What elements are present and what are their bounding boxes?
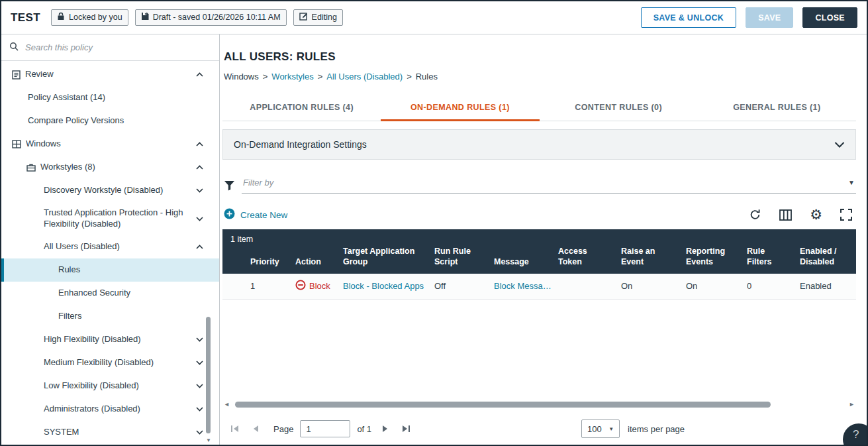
policy-tree-sidebar: Review Policy Assistant (14) Compare Pol… — [1, 34, 220, 445]
breadcrumb-link-all-users[interactable]: All Users (Disabled) — [326, 72, 403, 82]
col-enabled-disabled: Enabled / Disabled — [800, 246, 856, 268]
sidebar-scroll-down-icon[interactable]: ▼ — [206, 437, 211, 443]
sidebar-item-low-flexibility[interactable]: Low Flexibility (Disabled) — [1, 374, 219, 398]
table-header: 1 item Priority Action Target Applicatio… — [222, 229, 856, 274]
table-row[interactable]: 1 Block Block - Blocked Apps Off Block M… — [222, 274, 856, 300]
horizontal-scroll-track[interactable] — [235, 402, 844, 408]
sidebar-item-medium-flexibility[interactable]: Medium Flexibility (Disabled) — [1, 351, 219, 374]
chevron-down-icon[interactable] — [196, 217, 203, 221]
chevron-up-icon[interactable] — [196, 245, 203, 249]
sidebar-item-administrators[interactable]: Administrators (Disabled) — [1, 398, 219, 421]
policy-tree: Review Policy Assistant (14) Compare Pol… — [1, 61, 219, 444]
pagination-bar: Page of 1 100 ▼ items per page — [222, 413, 856, 445]
windows-icon — [12, 140, 21, 148]
columns-icon[interactable] — [779, 209, 792, 221]
sidebar-item-trusted-application-protection[interactable]: Trusted Application Protection - High Fl… — [1, 202, 219, 235]
help-question-icon: ? — [853, 428, 859, 441]
cell-message: Block Messa… — [494, 281, 558, 291]
page-number-input[interactable] — [300, 420, 350, 437]
table-tool-icons: ⚙ — [749, 209, 852, 221]
scroll-left-icon[interactable]: ◄ — [224, 402, 230, 408]
empty-table-area — [222, 300, 856, 400]
previous-page-icon[interactable] — [246, 425, 265, 433]
last-page-icon[interactable] — [395, 425, 417, 433]
lock-icon — [57, 12, 65, 23]
sidebar-item-discovery-workstyle[interactable]: Discovery Workstyle (Disabled) — [1, 179, 219, 202]
sidebar-item-high-flexibility[interactable]: High Flexibility (Disabled) — [1, 328, 219, 351]
refresh-icon[interactable] — [749, 209, 761, 221]
locked-badge: Locked by you — [51, 9, 128, 26]
chevron-down-icon[interactable] — [196, 430, 203, 435]
save-and-unlock-button[interactable]: SAVE & UNLOCK — [641, 7, 736, 28]
tab-general-rules[interactable]: GENERAL RULES (1) — [698, 96, 856, 121]
rules-main-panel: ALL USERS: RULES Windows > Workstyles > … — [220, 34, 867, 445]
tab-content-rules[interactable]: CONTENT RULES (0) — [540, 96, 698, 121]
sidebar-item-all-users[interactable]: All Users (Disabled) — [1, 235, 219, 258]
tab-on-demand-rules[interactable]: ON-DEMAND RULES (1) — [381, 96, 539, 121]
save-button[interactable]: SAVE — [746, 7, 793, 28]
target-application-group-link[interactable]: Block - Blocked Apps — [343, 281, 428, 291]
breadcrumb-link-workstyles[interactable]: Workstyles — [271, 72, 313, 82]
panel-label: On-Demand Integration Settings — [234, 139, 367, 150]
horizontal-scrollbar-thumb[interactable] — [235, 402, 771, 408]
next-page-icon[interactable] — [375, 425, 395, 433]
sidebar-item-rules[interactable]: Rules — [1, 258, 219, 282]
chevron-down-icon[interactable] — [196, 337, 203, 342]
breadcrumb-separator: > — [263, 72, 268, 82]
create-new-button[interactable]: Create New — [224, 208, 287, 221]
draft-saved-badge-label: Draft - saved 01/26/2026 10:11 AM — [153, 13, 281, 22]
draft-saved-icon — [141, 12, 149, 23]
page-label: Page — [273, 424, 293, 434]
sidebar-item-compare-policy-versions[interactable]: Compare Policy Versions — [1, 109, 219, 133]
breadcrumb-separator: > — [318, 72, 323, 82]
item-count: 1 item — [222, 229, 856, 246]
filter-input[interactable] — [242, 177, 848, 188]
chevron-up-icon[interactable] — [196, 165, 203, 170]
sidebar-scrollbar-thumb[interactable] — [206, 317, 211, 433]
sidebar-item-policy-assistant[interactable]: Policy Assistant (14) — [1, 86, 219, 109]
chevron-down-icon[interactable] — [196, 188, 203, 193]
items-per-page-select[interactable]: 100 ▼ — [581, 419, 620, 438]
tab-application-rules[interactable]: APPLICATION RULES (4) — [222, 96, 381, 121]
chevron-down-icon[interactable] — [196, 361, 203, 365]
scroll-right-icon[interactable]: ► — [849, 402, 855, 408]
breadcrumb-item-windows: Windows — [224, 72, 259, 82]
cell-target-application-group: Block - Blocked Apps — [343, 281, 434, 291]
chevron-up-icon[interactable] — [196, 142, 203, 146]
sidebar-item-review[interactable]: Review — [1, 63, 219, 86]
review-icon — [12, 70, 21, 80]
chevron-down-icon[interactable] — [196, 384, 203, 388]
filter-dropdown-icon[interactable]: ▼ — [848, 179, 855, 186]
column-headers: Priority Action Target Application Group… — [222, 246, 856, 274]
close-button[interactable]: CLOSE — [802, 7, 857, 28]
create-new-label: Create New — [240, 210, 287, 220]
cell-run-rule-script: Off — [434, 281, 494, 291]
first-page-icon[interactable] — [224, 425, 246, 433]
col-target-application-group: Target Application Group — [343, 246, 434, 268]
chevron-down-icon[interactable] — [834, 142, 845, 148]
sidebar-item-windows[interactable]: Windows — [1, 133, 219, 156]
breadcrumb-separator: > — [407, 72, 412, 82]
plus-circle-icon — [224, 208, 235, 221]
horizontal-scrollbar: ◄ ► — [224, 400, 855, 409]
sidebar-item-filters[interactable]: Filters — [1, 305, 219, 328]
sidebar-item-enhanced-security[interactable]: Enhanced Security — [1, 282, 219, 305]
col-rule-filters: Rule Filters — [747, 246, 800, 268]
on-demand-integration-settings-panel[interactable]: On-Demand Integration Settings — [222, 129, 856, 160]
sidebar-item-system[interactable]: SYSTEM — [1, 421, 219, 444]
filter-icon — [224, 180, 235, 194]
chevron-up-icon[interactable] — [196, 72, 203, 77]
search-input[interactable] — [24, 42, 211, 53]
sidebar-item-workstyles[interactable]: Workstyles (8) — [1, 156, 219, 179]
top-bar: TEST Locked by you Draft - saved 01/26/2… — [1, 1, 867, 34]
col-reporting-events: Reporting Events — [686, 246, 747, 268]
cell-raise-an-event: On — [621, 281, 686, 291]
chevron-down-icon[interactable] — [196, 407, 203, 412]
col-priority: Priority — [222, 256, 295, 267]
fullscreen-icon[interactable] — [840, 209, 852, 221]
items-per-page-value: 100 — [587, 424, 602, 434]
message-link[interactable]: Block Messa… — [494, 281, 552, 291]
table-toolbar: Create New ⚙ — [222, 208, 856, 221]
settings-gear-icon[interactable]: ⚙ — [810, 209, 822, 221]
cell-priority: 1 — [222, 281, 295, 291]
